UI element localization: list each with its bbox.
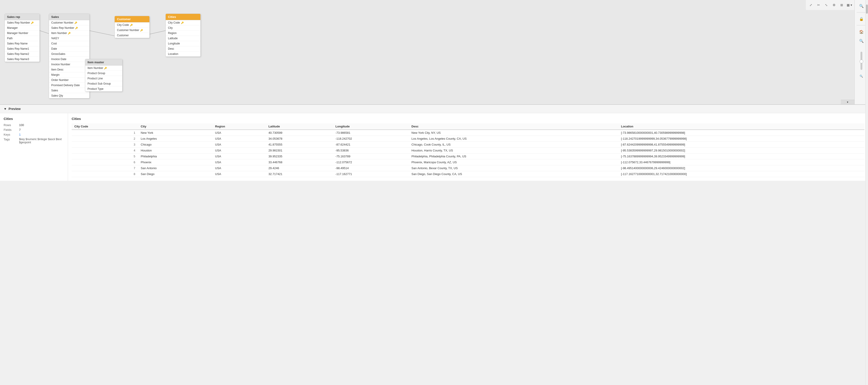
field-sales-rep-name2[interactable]: Sales Rep Name2 <box>5 52 39 57</box>
cell-location: [-117.1627710000000001,32.71742100000000… <box>618 171 864 177</box>
cell-city-code: 6 <box>72 159 138 165</box>
field-item-number-sales[interactable]: Item Number 🔑 <box>49 31 89 36</box>
preview-right-panel[interactable]: Cities City Code City Region Latitude Lo… <box>68 113 868 181</box>
cell-city-code: 3 <box>72 142 138 148</box>
field-sales[interactable]: Sales <box>49 88 89 93</box>
zoom-controls <box>861 51 862 71</box>
field-longitude[interactable]: Longitude <box>166 41 200 46</box>
field-city[interactable]: City <box>166 25 200 31</box>
cell-desc: San Diego, San Diego County, CA, US <box>409 171 618 177</box>
top-toolbar: ⤢ ✂ ⤡ ⚙ ⊞ ▦ ▾ <box>806 0 855 10</box>
field-gross-sales[interactable]: GrossSales <box>49 52 89 57</box>
data-table: City Code City Region Latitude Longitude… <box>72 123 864 177</box>
field-city-code-cities[interactable]: City Code 🔑 <box>166 20 200 25</box>
zoom-out-icon[interactable]: 🔍 <box>858 72 865 80</box>
lock-icon[interactable]: 🔒 <box>858 15 865 23</box>
cell-longitude: -95.53836 <box>333 148 409 153</box>
field-manager-number[interactable]: Manager Number <box>5 31 39 36</box>
meta-keys-label: Keys <box>4 133 17 136</box>
fit-button[interactable]: ⤢ <box>808 2 814 8</box>
field-invoice-number[interactable]: Invoice Number <box>49 62 89 67</box>
meta-rows-label: Rows <box>4 123 17 127</box>
cell-latitude: 40.730599 <box>266 130 333 136</box>
field-invoice-date[interactable]: Invoice Date <box>49 57 89 62</box>
home-icon[interactable]: 🏠 <box>858 28 865 35</box>
scrollbar-thumb[interactable] <box>866 4 868 13</box>
cell-city-code: 1 <box>72 130 138 136</box>
table-sales-rep-header: Sales rep <box>5 14 39 20</box>
table-row: 8 San Diego USA 32.717421 -117.162771 Sa… <box>72 171 864 177</box>
meta-keys-value[interactable]: 1 <box>19 133 21 136</box>
layout-button[interactable]: ▦ ▾ <box>846 2 852 8</box>
field-desc[interactable]: Desc <box>166 46 200 52</box>
expand-button[interactable]: ⤡ <box>823 2 830 8</box>
col-longitude: Longitude <box>333 123 409 130</box>
field-promised-delivery-date[interactable]: Promised Delivery Date <box>49 83 89 88</box>
field-path[interactable]: Path <box>5 36 39 41</box>
meta-tags-label: Tags <box>4 138 17 144</box>
table-item-master-header: Item master <box>85 59 122 65</box>
cell-city-code: 4 <box>72 148 138 153</box>
meta-keys-row: Keys 1 <box>4 133 64 136</box>
field-product-sub-group[interactable]: Product Sub Group <box>85 81 122 86</box>
table-item-master[interactable]: Item master Item Number 🔑 Product Group … <box>85 59 122 92</box>
settings-button[interactable]: ⚙ <box>831 2 837 8</box>
cell-city: Los Angeles <box>138 136 212 142</box>
field-product-line[interactable]: Product Line <box>85 76 122 81</box>
toolbar-divider-1 <box>857 12 866 12</box>
table-customer[interactable]: Customer City Code 🔑 Customer Number 🔑 C… <box>115 16 150 38</box>
grid-button[interactable]: ⊞ <box>839 2 845 8</box>
right-scrollbar[interactable] <box>865 0 868 385</box>
field-latitude[interactable]: Latitude <box>166 36 200 41</box>
table-sales[interactable]: Sales Customer Number 🔑 Sales Rep Number… <box>49 13 90 98</box>
field-item-desc[interactable]: Item Desc <box>49 67 89 72</box>
table-cities[interactable]: Cities City Code 🔑 City Region Latitude … <box>165 13 200 57</box>
cell-region: USA <box>212 148 266 153</box>
cell-latitude: 39.952335 <box>266 153 333 159</box>
cell-region: USA <box>212 165 266 171</box>
field-sales-rep-number-sales[interactable]: Sales Rep Number 🔑 <box>49 25 89 31</box>
field-date[interactable]: Date <box>49 46 89 52</box>
table-row: 7 San Antonio USA 29.4246 -98.49514 San … <box>72 165 864 171</box>
field-margin[interactable]: Margin <box>49 72 89 78</box>
zoom-thumb[interactable] <box>860 60 863 63</box>
field-customer[interactable]: Customer <box>115 33 149 38</box>
field-sales-rep-name[interactable]: Sales Rep Name <box>5 41 39 46</box>
field-location[interactable]: Location <box>166 52 200 56</box>
field-percent-key[interactable]: %KEY <box>49 36 89 41</box>
zoom-in-icon[interactable]: 🔍 <box>858 37 865 45</box>
field-product-type[interactable]: Product Type <box>85 86 122 91</box>
table-sales-rep[interactable]: Sales rep Sales Rep Number 🔑 Manager Man… <box>4 13 40 62</box>
field-item-number-master[interactable]: Item Number 🔑 <box>85 65 122 71</box>
diagram-canvas[interactable]: ⤢ ✂ ⤡ ⚙ ⊞ ▦ ▾ Sales rep Sales Rep Number… <box>0 0 868 104</box>
field-city-code-customer[interactable]: City Code 🔑 <box>115 23 149 28</box>
field-region[interactable]: Region <box>166 31 200 36</box>
table-row: 4 Houston USA 29.981501 -95.53836 Housto… <box>72 148 864 153</box>
cut-button[interactable]: ✂ <box>815 2 822 8</box>
cell-location: [-87.6244209999999998,41.875554999999999… <box>618 142 864 148</box>
collapse-handle[interactable]: ▼ <box>841 100 855 104</box>
field-sales-rep-number[interactable]: Sales Rep Number 🔑 <box>5 20 39 25</box>
field-sales-rep-name1[interactable]: Sales Rep Name1 <box>5 46 39 52</box>
cell-location: [-98.4951400000000006,29.424600000000000… <box>618 165 864 171</box>
field-customer-number[interactable]: Customer Number 🔑 <box>49 20 89 25</box>
cell-city: Houston <box>138 148 212 153</box>
cell-city: San Diego <box>138 171 212 177</box>
field-order-number[interactable]: Order Number <box>49 78 89 83</box>
cell-longitude: -87.624421 <box>333 142 409 148</box>
field-sales-qty[interactable]: Sales Qty <box>49 93 89 98</box>
field-sales-rep-name3[interactable]: Sales Rep Name3 <box>5 57 39 62</box>
svg-line-0 <box>40 31 49 34</box>
field-cost[interactable]: Cost <box>49 41 89 46</box>
preview-left-table-name: Cities <box>4 117 64 121</box>
preview-header[interactable]: ▼ Preview <box>0 105 868 113</box>
zoom-slider[interactable] <box>861 52 862 70</box>
search-icon[interactable]: 🔍 <box>858 2 865 9</box>
data-table-body: 1 New York USA 40.730599 -73.986581 New … <box>72 130 864 177</box>
field-product-group[interactable]: Product Group <box>85 71 122 76</box>
field-customer-number-customer[interactable]: Customer Number 🔑 <box>115 28 149 33</box>
meta-fields-value: 7 <box>19 128 21 131</box>
meta-fields-row: Fields 7 <box>4 128 64 131</box>
meta-tags-row: Tags $key $numeric $integer $ascii $text… <box>4 138 64 144</box>
field-manager[interactable]: Manager <box>5 25 39 31</box>
